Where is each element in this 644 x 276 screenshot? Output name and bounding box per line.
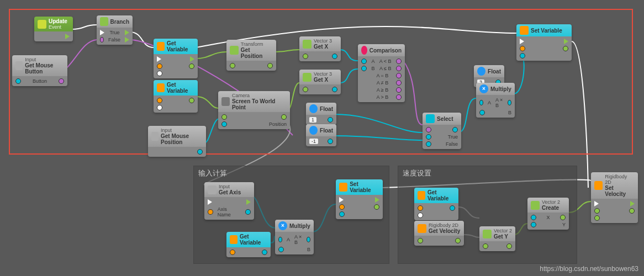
node-set-variable[interactable]: Set Variable [336,179,383,219]
node-title: Float [320,128,333,134]
node-vector3-getx[interactable]: Vector 3Get X [299,36,341,61]
node-title: Select [437,116,453,122]
node-title: Get Axis [219,189,241,195]
port-label: True [448,134,458,140]
port-label: B [508,110,511,115]
node-sub: Input [219,184,241,189]
node-title: Get Mouse Position [161,133,203,145]
node-title: Get Variable [240,233,267,246]
node-title: Get Variable [427,189,455,201]
node-title: Multiply [289,223,310,229]
node-rigid-get-velocity[interactable]: Rigidbody 2DGet Velocity [414,221,464,246]
port-label: A [371,59,374,64]
node-title: Float [488,68,501,75]
node-float[interactable]: Float 1 [306,103,336,125]
node-title: Get Position [241,47,273,59]
node-select[interactable]: Select True False [423,113,461,149]
node-title: Get X [314,44,332,50]
node-multiply[interactable]: ×Multiply AA × BB [476,83,515,118]
port-label: A × B [495,97,503,108]
node-title: Screen To World Point [232,98,287,110]
port-label: B [307,247,310,252]
node-set-variable[interactable]: Set Variable [516,24,572,61]
port-label: Y [562,222,566,227]
watermark: https://blog.csdn.net/sunbowen63 [540,265,638,273]
node-title: Multiply [490,86,511,92]
float-value: -1 [309,139,318,144]
node-title: Set Variable [350,181,379,193]
node-sub: Transform [241,41,273,47]
node-sub: Camera [232,93,287,98]
node-title: Get Mouse Button [25,62,64,75]
port-label: True [109,30,119,35]
port-label: A [488,100,491,105]
node-title: Get Velocity [429,228,460,234]
node-vector2-create[interactable]: Vector 2Create XY [527,198,569,230]
node-sub: Rigidbody 2D [429,222,460,228]
port-label: B [372,66,375,71]
port-label: Button [33,78,47,84]
node-get-mouse-button[interactable]: InputGet Mouse Button Button [12,55,67,86]
node-sub: Event [49,24,67,30]
port-label: A ≥ B [377,87,388,93]
port-label: False [108,37,120,43]
node-title: Set Velocity [605,185,635,197]
port-label: A ≤ B [379,66,391,71]
node-update-event[interactable]: UpdateEvent [34,17,73,41]
node-sub: Vector 2 [542,199,560,205]
port-label: Position [269,121,287,127]
node-rigid-set-velocity[interactable]: Rigidbody 2DSet Velocity [591,172,638,223]
node-vector2-gety[interactable]: Vector 2Get Y [479,226,515,251]
node-sub: Vector 3 [314,71,332,77]
port-label: A = B [376,73,388,78]
node-vector3-getx[interactable]: Vector 3Get X [299,70,341,94]
node-title: Get Y [494,233,512,240]
node-branch[interactable]: Branch True False [97,15,133,45]
port-label: A ≠ B [377,80,388,86]
node-sub: Input [25,57,64,62]
port-label: False [446,141,458,147]
node-get-variable[interactable]: Get Variable [154,39,198,78]
node-comparison[interactable]: Comparison AA < B BA ≤ B A = B A ≠ B A ≥… [358,44,405,102]
port-label: A × B [294,234,302,245]
node-title: Get Variable [167,82,194,94]
node-title: Branch [110,19,129,25]
node-get-axis[interactable]: InputGet Axis Axis Name [204,182,254,220]
node-get-variable[interactable]: Get Variable [226,232,271,257]
node-title: Create [542,205,560,211]
node-title: Get X [314,77,332,83]
port-label: X [546,215,550,220]
port-label: A [287,237,290,242]
node-sub: Input [161,128,203,133]
node-sub: Vector 3 [314,38,332,44]
node-float[interactable]: Float -1 [306,124,336,146]
port-label: A < B [379,59,392,64]
group-label: 输入计算 [194,166,389,181]
port-label: Axis Name [218,206,241,217]
node-get-variable[interactable]: Get Variable [414,188,458,220]
node-title: Float [320,106,333,112]
node-multiply[interactable]: ×Multiply AA × BB [275,220,314,254]
port-label: A > B [376,94,388,100]
node-screen-to-world[interactable]: CameraScreen To World Point Position [218,91,290,129]
node-get-variable[interactable]: Get Variable [154,80,198,113]
node-get-position[interactable]: TransformGet Position [226,40,276,71]
group-label: 速度设置 [398,166,577,181]
node-get-mouse-position[interactable]: InputGet Mouse Position [148,126,206,157]
node-title: Update [49,18,67,24]
node-sub: Vector 2 [494,228,512,233]
float-value: 1 [309,117,316,123]
node-title: Get Variable [167,40,194,52]
node-title: Set Variable [531,28,562,34]
node-sub: Rigidbody 2D [605,174,635,185]
node-title: Comparison [369,47,402,54]
